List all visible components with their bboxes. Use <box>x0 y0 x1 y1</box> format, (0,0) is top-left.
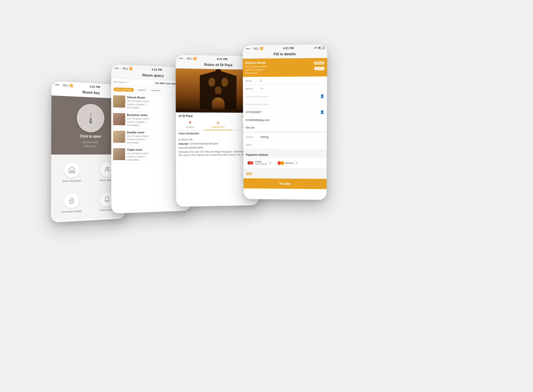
form-row-email[interactable]: 673266386@qq.com <box>243 117 327 124</box>
click-to-open-label[interactable]: Click to open <box>80 134 101 138</box>
room-desc-0: size: 30 square meters number of people:… <box>127 99 175 110</box>
lock-icon <box>68 197 75 205</box>
svg-point-8 <box>71 201 72 202</box>
banner-price: 688¥ <box>314 60 325 66</box>
screen-filter[interactable]: screen ▾ <box>136 88 148 92</box>
house-icon <box>68 166 76 174</box>
menu-label-hotel-service: Hotel Service <box>100 208 113 211</box>
banner-room-name: Deluxe Room <box>245 61 267 65</box>
tab-neighbouring-label: Neighbouring <box>212 126 224 128</box>
payment-section-title: Payment method <box>243 151 327 158</box>
neighbouring-icon: 🏛 <box>216 121 220 125</box>
room-name-1: Business room <box>127 113 175 117</box>
rooms-label: rooms <box>245 79 258 82</box>
mastercard-card[interactable]: MasterCard <box>276 160 295 166</box>
banner-room-info: size: 30 square meters number of people:… <box>245 65 267 75</box>
check-in-cell[interactable]: Mon check in › <box>111 79 153 86</box>
phone2-title: Room query <box>142 73 164 78</box>
person-label: person <box>245 87 258 90</box>
number-filter[interactable]: number ▾ <box>149 88 162 93</box>
check-in-label: Mon check in <box>113 81 126 83</box>
unionpay-card[interactable]: 中国银联China UnionPay <box>246 160 268 166</box>
total-row: 88¥ <box>243 170 327 179</box>
rooms-chevron: › <box>323 79 325 82</box>
menu-item-permission[interactable]: Permission settings <box>55 189 88 217</box>
phone4-fill-details: ●●●oo BELL 📶 4:21 PM 22% Fill in details… <box>243 44 327 200</box>
firstname1-input[interactable]: Frist name/Last name <box>245 95 318 98</box>
attraction-title: of St Paul <box>178 114 192 117</box>
form-row-firstname2[interactable]: Frist name/Last name <box>243 101 327 108</box>
room-number: 12F Room1206 State: Close <box>82 140 98 148</box>
form-row-person-header: person tem <box>243 85 327 92</box>
person-sub: tem <box>260 87 264 90</box>
mastercard-check: ✓ <box>295 161 298 165</box>
thermometer-icon <box>85 112 96 125</box>
person-icon: 👤 <box>320 94 324 98</box>
phone4-battery: 22% <box>314 47 318 49</box>
svg-rect-20 <box>216 70 221 72</box>
phone1-carrier: BELL <box>63 84 69 87</box>
lock-circle[interactable] <box>77 103 105 133</box>
preference-value: nothing <box>260 135 322 139</box>
bell-icon <box>103 196 111 203</box>
phone2-carrier: BELL <box>123 67 129 70</box>
tab-location[interactable]: 📍 Location <box>176 119 204 130</box>
phone3-time: 4:21 PM <box>217 57 227 61</box>
tab-location-label: Location <box>186 126 194 128</box>
firstname2-input[interactable]: Frist name/Last name <box>245 103 324 106</box>
people-icon <box>104 166 111 173</box>
svg-rect-4 <box>71 171 73 173</box>
svg-rect-13 <box>208 78 215 87</box>
unionpay-check: ✓ <box>269 161 272 165</box>
svg-point-5 <box>106 167 108 169</box>
email-value: 673266386@qq.com <box>246 119 324 122</box>
room-header-banner: Deluxe Room size: 30 square meters numbe… <box>243 58 327 77</box>
menu-item-room-info[interactable]: Room information <box>56 159 88 186</box>
preference-chevron: › <box>323 135 324 139</box>
form-row-rooms[interactable]: rooms 1 › <box>243 76 327 85</box>
preference-label: erence <box>246 136 258 138</box>
need-chevron: › <box>260 143 261 147</box>
notuse-value: Not use <box>246 126 324 129</box>
room-name-3: Triple room <box>127 148 174 151</box>
phone4-time: 4:21 PM <box>283 47 294 50</box>
banner-details-btn[interactable]: Details <box>314 67 325 70</box>
total-price: 88¥ <box>246 172 252 176</box>
tab-neighbouring[interactable]: 🏛 Neighbouring <box>204 120 232 130</box>
phone4-title: Fill in details <box>274 52 296 56</box>
phone1-title: Room key <box>82 90 100 95</box>
phone2-time: 4:21 PM <box>151 68 162 71</box>
phone4-carrier: BELL <box>254 47 259 50</box>
form-row-firstname1[interactable]: Frist name/Last name 👤 <box>243 92 327 101</box>
phone4-nav-bar: Fill in details <box>243 50 327 59</box>
phone3-title: Ruins of St Paul <box>204 63 232 67</box>
phone4-status-bar: ●●●oo BELL 📶 4:21 PM 22% <box>243 44 327 51</box>
form-row-preference[interactable]: erence nothing › <box>243 133 327 141</box>
svg-point-6 <box>108 167 110 169</box>
voice-intro-label: Voice introduction <box>178 132 199 135</box>
location-icon: 📍 <box>188 121 192 125</box>
rooms-value: 1 <box>260 79 322 82</box>
free-cancellation-tag[interactable]: Free cancellation <box>113 88 134 92</box>
payment-row: 中国银联China UnionPay ✓ MasterCard ✓ <box>243 158 327 168</box>
phone1-time: 4:21 PM <box>90 85 100 89</box>
form-row-phone[interactable]: 13726208927 👤 <box>243 108 327 117</box>
svg-rect-15 <box>215 87 221 94</box>
room-name-2: Double room <box>127 131 175 134</box>
phone-icon: 👤 <box>320 110 324 114</box>
scene: ●●●oo BELL 📶 4:21 PM 22% Room key <box>30 24 503 368</box>
form-row-notuse[interactable]: Not use <box>243 124 327 131</box>
form-row-need[interactable]: Need › <box>243 141 327 149</box>
menu-label-room-info: Room information <box>63 179 81 182</box>
svg-point-3 <box>90 113 92 115</box>
phone-value: 13726208927 <box>246 111 318 114</box>
form-section: rooms 1 › person tem Frist name/Last nam… <box>243 76 327 179</box>
svg-rect-14 <box>222 78 228 87</box>
phone3-carrier: BELL <box>187 57 193 60</box>
menu-label-permission: Permission settings <box>61 210 82 213</box>
need-label: Need <box>246 144 258 146</box>
pay-button[interactable]: To pay <box>243 178 327 189</box>
